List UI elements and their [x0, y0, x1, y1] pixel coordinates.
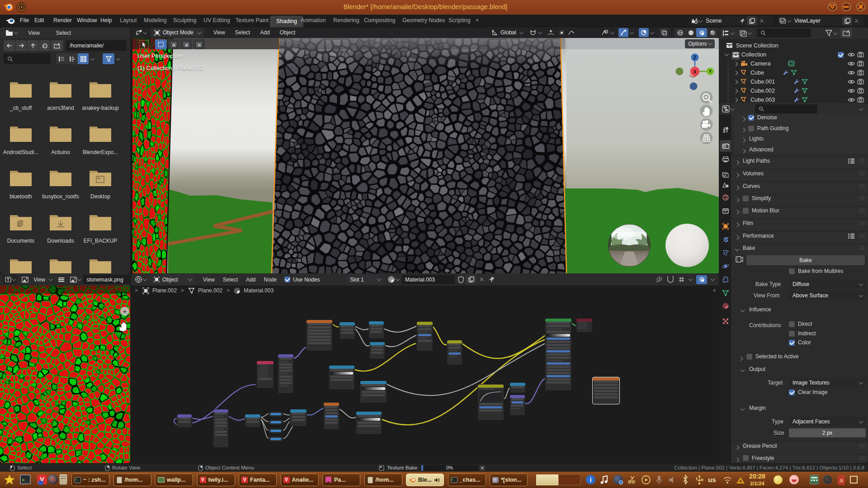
- svg-text:Z: Z: [693, 55, 696, 60]
- svg-text:Y: Y: [709, 69, 712, 74]
- svg-text:X: X: [693, 69, 697, 75]
